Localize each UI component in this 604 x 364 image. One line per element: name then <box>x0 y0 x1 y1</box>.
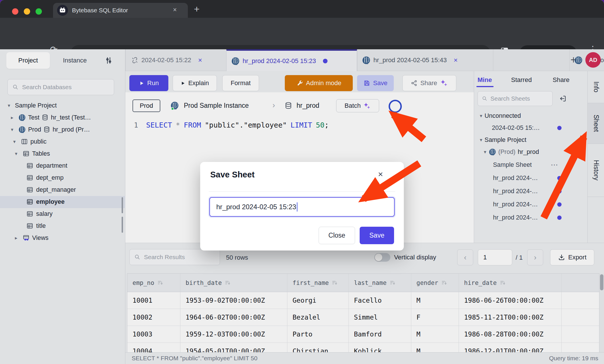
scrollbar-thumb[interactable] <box>600 274 603 290</box>
column-header[interactable]: hire_date <box>459 274 562 292</box>
results-table[interactable]: emp_no birth_date first_name last_name g… <box>127 273 599 353</box>
sheet-item[interactable]: 2024-02-05 15:… <box>474 122 588 134</box>
sheet-tab-1523-active[interactable]: hr_prod 2024-02-05 15:23 <box>226 51 357 71</box>
sheet-item[interactable]: hr_prod 2024-… <box>474 212 588 224</box>
tab-project[interactable]: Project <box>6 52 50 69</box>
table-row[interactable]: 100021964-06-02T00:00:00ZBezalelSimmelF1… <box>127 309 599 326</box>
database-icon <box>42 114 48 121</box>
sort-icon[interactable] <box>157 280 163 286</box>
browser-tab-close-icon[interactable]: × <box>173 6 177 14</box>
sort-icon[interactable] <box>441 280 447 286</box>
dialog-close-button[interactable]: Close <box>319 227 355 244</box>
admin-mode-button[interactable]: Admin mode <box>285 75 353 91</box>
tab-mine[interactable]: Mine <box>478 76 492 84</box>
play-icon <box>180 81 185 86</box>
tree-table-title[interactable]: title <box>0 220 125 232</box>
table-icon <box>26 210 33 217</box>
close-tab-icon[interactable]: × <box>454 56 458 64</box>
tree-db-hr-test[interactable]: ▸ Test hr_test (Test… <box>0 111 125 124</box>
table-row[interactable]: 100011953-09-02T00:00:00ZGeorgiFacelloM1… <box>127 292 599 309</box>
table-row[interactable]: 100031959-12-03T00:00:00ZPartoBamfordM19… <box>127 326 599 343</box>
sort-icon[interactable] <box>332 280 338 286</box>
search-icon <box>482 96 488 101</box>
sheet-connection[interactable]: ▾ (Prod) hr_prod <box>474 146 588 158</box>
sheet-tab-1522[interactable]: 2024-02-05 15:22 × <box>127 49 226 71</box>
sheet-tab-1543[interactable]: hr_prod 2024-02-05 15:43 × <box>357 49 493 71</box>
sort-icon[interactable] <box>389 280 396 286</box>
breadcrumb-instance[interactable]: Prod Sample Instance <box>184 102 249 109</box>
new-tab-button[interactable]: + <box>194 3 200 15</box>
column-header[interactable]: emp_no <box>127 274 180 292</box>
close-tab-icon[interactable]: × <box>198 56 202 64</box>
text-cursor <box>297 202 297 212</box>
unsaved-dot <box>557 202 562 207</box>
sheet-item[interactable]: hr_prod 2024-… <box>474 185 588 197</box>
table-row[interactable]: 100041954-05-01T00:00:00ZChirstianKoblic… <box>127 343 599 353</box>
sql-code-line[interactable]: 1SELECT*FROM"public"."employee"LIMIT50; <box>134 121 332 129</box>
export-button[interactable]: Export <box>550 249 594 265</box>
strip-tab-sheet-active[interactable]: Sheet <box>588 103 604 144</box>
tree-table-salary[interactable]: salary <box>0 208 125 220</box>
vertical-display-toggle[interactable] <box>374 253 390 262</box>
sheet-item[interactable]: hr_prod 2024-… <box>474 172 588 184</box>
column-header[interactable]: birth_date <box>180 274 287 292</box>
strip-tab-history[interactable]: History <box>588 144 604 197</box>
strip-tab-info[interactable]: Info <box>588 71 604 103</box>
format-button[interactable]: Format <box>222 75 259 91</box>
tree-schema-public[interactable]: ▾ public <box>0 136 125 148</box>
sheet-menu-icon[interactable]: ⋯ <box>551 161 558 169</box>
add-sheet-tab-button[interactable]: + <box>570 54 576 66</box>
sort-icon[interactable] <box>500 280 506 286</box>
traffic-light-zoom[interactable] <box>36 8 42 15</box>
panel-resize-handle[interactable] <box>122 197 123 213</box>
tree-group-tables[interactable]: ▾ Tables <box>0 148 125 160</box>
browser-tab[interactable]: Bytebase SQL Editor × <box>53 3 188 18</box>
share-button[interactable]: Share <box>402 75 456 91</box>
sheet-item[interactable]: hr_prod 2024-… <box>474 198 588 210</box>
tree-project-root[interactable]: ▾Sample Project <box>0 99 125 111</box>
tree-table-employee-selected[interactable]: employee <box>0 196 125 208</box>
sheet-group-unconnected[interactable]: ▾ Unconnected <box>474 110 588 122</box>
search-sheets-input[interactable]: Search Sheets <box>478 91 553 106</box>
search-results-input[interactable]: Search Results <box>129 249 220 265</box>
prev-page-button[interactable]: ‹ <box>457 249 473 265</box>
import-sheet-icon[interactable] <box>559 95 567 103</box>
column-header[interactable]: last_name <box>349 274 411 292</box>
traffic-light-close[interactable] <box>12 8 18 15</box>
database-sidebar: Project Instance Search Databases ▾Sampl… <box>0 49 125 364</box>
dialog-close-icon[interactable]: × <box>378 169 383 179</box>
next-page-button[interactable]: › <box>527 249 543 265</box>
sheet-group-sample-project[interactable]: ▾ Sample Project <box>474 134 588 146</box>
dialog-save-button[interactable]: Save <box>360 227 394 244</box>
filter-tune-icon[interactable] <box>104 56 113 65</box>
run-button[interactable]: Run <box>129 75 168 91</box>
sparkles-icon <box>363 102 371 110</box>
breadcrumb-database[interactable]: hr_prod <box>297 102 319 109</box>
avatar[interactable]: AD <box>585 52 601 68</box>
batch-button[interactable]: Batch <box>336 99 379 112</box>
traffic-light-minimize[interactable] <box>24 8 30 15</box>
column-header[interactable]: gender <box>411 274 459 292</box>
save-button[interactable]: Save <box>357 75 394 91</box>
active-tab-underline <box>476 86 494 87</box>
tab-instance[interactable]: Instance <box>56 52 93 69</box>
sheet-item-sample-sheet[interactable]: Sample Sheet ⋯ <box>474 159 588 171</box>
tree-table-department[interactable]: department <box>0 160 125 172</box>
tree-table-dept-manager[interactable]: dept_manager <box>0 184 125 196</box>
share-nodes-icon <box>411 80 418 87</box>
tab-starred[interactable]: Starred <box>511 76 532 84</box>
database-icon <box>285 102 292 109</box>
table-scrollbar[interactable] <box>599 273 604 353</box>
column-header[interactable]: first_name <box>287 274 349 292</box>
tree-table-dept-emp[interactable]: dept_emp <box>0 172 125 184</box>
page-number-input[interactable] <box>478 249 512 265</box>
sheet-name-input[interactable]: hr_prod 2024-02-05 15:23 <box>209 197 395 217</box>
explain-button[interactable]: Explain <box>173 75 217 91</box>
panel-resize-handle[interactable] <box>122 217 123 233</box>
tab-share[interactable]: Share <box>553 76 570 84</box>
postgres-icon <box>362 56 371 64</box>
sort-icon[interactable] <box>225 280 231 286</box>
tree-db-hr-prod[interactable]: ▾ Prod hr_prod (Pr… <box>0 124 125 136</box>
tree-group-views[interactable]: ▸ Views <box>0 232 125 244</box>
search-databases-input[interactable]: Search Databases <box>7 79 114 95</box>
